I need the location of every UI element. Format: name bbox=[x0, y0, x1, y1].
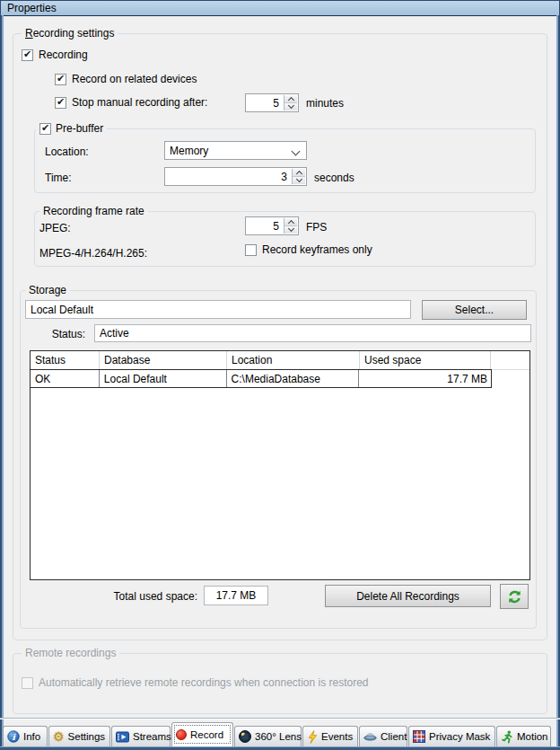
chevron-down-icon bbox=[287, 225, 293, 232]
stop-manual-checkbox-label: Stop manual recording after: bbox=[72, 96, 207, 109]
column-header-status[interactable]: Status bbox=[31, 351, 100, 369]
keyframes-checkbox-row[interactable]: Record keyframes only bbox=[245, 243, 372, 256]
stepper-down-button[interactable] bbox=[284, 226, 297, 234]
stop-manual-minutes-value[interactable]: 5 bbox=[273, 97, 279, 110]
cell-database: Local Default bbox=[100, 370, 227, 387]
tab-settings[interactable]: ⚙ Settings bbox=[48, 726, 110, 746]
location-label: Location: bbox=[45, 146, 89, 158]
column-header-database[interactable]: Database bbox=[100, 351, 227, 369]
record-icon bbox=[176, 729, 187, 740]
stepper-down-button[interactable] bbox=[284, 103, 297, 110]
pre-buffer-checkbox[interactable]: ✔ bbox=[39, 123, 51, 135]
stepper-buttons bbox=[284, 95, 297, 110]
remote-recordings-group-label: Remote recordings bbox=[22, 647, 119, 659]
tab-info[interactable]: i Info bbox=[3, 726, 48, 746]
stepper-buttons bbox=[292, 169, 305, 184]
keyframes-checkbox-label: Record keyframes only bbox=[262, 243, 372, 256]
table-row[interactable]: OK Local Default C:\MediaDatabase 17.7 M… bbox=[31, 369, 492, 388]
minutes-unit-label: minutes bbox=[306, 97, 344, 110]
privacy-mask-icon bbox=[413, 730, 425, 743]
recording-checkbox[interactable]: ✔ bbox=[22, 49, 33, 61]
frame-rate-group-label: Recording frame rate bbox=[39, 205, 148, 217]
motion-icon bbox=[501, 730, 513, 744]
window-border-right bbox=[556, 15, 560, 746]
related-devices-checkbox-label: Record on related devices bbox=[72, 73, 197, 85]
tab-motion[interactable]: Motion bbox=[496, 726, 551, 746]
related-devices-checkbox-row[interactable]: ✔ Record on related devices bbox=[55, 73, 197, 85]
status-field: Active bbox=[94, 324, 531, 342]
refresh-button[interactable] bbox=[500, 584, 529, 609]
status-label: Status: bbox=[36, 328, 85, 340]
pre-buffer-group-label: Pre-buffer bbox=[56, 122, 103, 135]
lens-360-icon bbox=[239, 730, 251, 743]
settings-gear-icon: ⚙ bbox=[53, 730, 65, 743]
jpeg-fps-stepper[interactable]: 5 bbox=[245, 216, 299, 235]
client-icon bbox=[363, 731, 377, 743]
delete-all-recordings-button[interactable]: Delete All Recordings bbox=[325, 585, 491, 607]
column-header-location[interactable]: Location bbox=[227, 351, 360, 369]
storage-table: Status Database Location Used space OK L… bbox=[30, 350, 530, 580]
selected-storage-field: Local Default bbox=[25, 300, 411, 319]
tab-strip-divider bbox=[0, 718, 560, 719]
stepper-down-button[interactable] bbox=[293, 177, 305, 184]
location-dropdown[interactable]: Memory bbox=[164, 141, 307, 160]
refresh-icon bbox=[507, 589, 522, 604]
time-label: Time: bbox=[45, 172, 72, 184]
recording-settings-group-label: Recording settings bbox=[22, 27, 118, 40]
seconds-unit-label: seconds bbox=[314, 172, 354, 184]
related-devices-checkbox[interactable]: ✔ bbox=[55, 74, 66, 85]
stop-manual-minutes-stepper[interactable]: 5 bbox=[245, 93, 299, 112]
stop-manual-checkbox-row[interactable]: ✔ Stop manual recording after: bbox=[55, 96, 207, 109]
tab-privacy-mask[interactable]: Privacy Mask bbox=[408, 726, 495, 746]
events-lightning-icon bbox=[307, 730, 318, 744]
checkmark-icon: ✔ bbox=[23, 49, 31, 59]
stepper-buttons bbox=[284, 218, 297, 234]
cell-status: OK bbox=[31, 370, 100, 387]
auto-retrieve-checkbox-row: Automatically retrieve remote recordings… bbox=[22, 676, 369, 689]
fps-unit-label: FPS bbox=[306, 221, 327, 234]
checkmark-icon: ✔ bbox=[41, 123, 49, 133]
storage-group-label: Storage bbox=[25, 284, 70, 296]
total-used-space-value: 17.7 MB bbox=[216, 589, 257, 602]
pre-buffer-checkbox-row[interactable]: ✔ Pre-buffer bbox=[36, 122, 107, 135]
page-title: Properties bbox=[7, 2, 57, 14]
recording-checkbox-label: Recording bbox=[39, 49, 88, 61]
cell-used-space: 17.7 MB bbox=[359, 370, 491, 387]
select-storage-button[interactable]: Select... bbox=[422, 300, 527, 320]
window-border-bottom bbox=[0, 746, 560, 750]
checkmark-icon: ✔ bbox=[57, 74, 65, 84]
properties-panel: Properties Recording settings ✔ Recordin… bbox=[0, 0, 560, 750]
streams-icon bbox=[116, 731, 129, 743]
chevron-down-icon bbox=[292, 147, 301, 156]
stop-manual-checkbox[interactable]: ✔ bbox=[55, 97, 66, 109]
jpeg-fps-value[interactable]: 5 bbox=[273, 220, 279, 233]
selected-storage-value: Local Default bbox=[31, 304, 93, 316]
tab-streams[interactable]: Streams bbox=[111, 726, 171, 746]
tab-client[interactable]: Client bbox=[359, 726, 407, 746]
total-used-space-label: Total used space: bbox=[54, 590, 197, 603]
tab-events[interactable]: Events bbox=[302, 726, 358, 746]
tab-record[interactable]: Record bbox=[171, 722, 233, 746]
time-seconds-value[interactable]: 3 bbox=[281, 171, 287, 183]
storage-table-header: Status Database Location Used space bbox=[31, 351, 529, 370]
recording-checkbox-row[interactable]: ✔ Recording bbox=[22, 49, 88, 61]
status-value: Active bbox=[100, 327, 129, 340]
keyframes-checkbox[interactable] bbox=[245, 244, 257, 256]
window-border-left bbox=[0, 15, 4, 746]
jpeg-label: JPEG: bbox=[39, 222, 71, 234]
time-seconds-stepper[interactable]: 3 bbox=[164, 167, 307, 186]
auto-retrieve-checkbox bbox=[22, 677, 33, 689]
auto-retrieve-checkbox-label: Automatically retrieve remote recordings… bbox=[39, 676, 369, 689]
chevron-down-icon bbox=[295, 176, 302, 182]
cell-location: C:\MediaDatabase bbox=[227, 370, 360, 387]
chevron-down-icon bbox=[287, 102, 293, 109]
mpeg-label: MPEG-4/H.264/H.265: bbox=[39, 247, 147, 260]
properties-titlebar: Properties bbox=[0, 0, 560, 16]
tab-360-lens[interactable]: 360° Lens bbox=[234, 726, 302, 746]
info-icon: i bbox=[7, 730, 20, 743]
location-dropdown-value: Memory bbox=[170, 145, 208, 157]
checkmark-icon: ✔ bbox=[57, 97, 65, 107]
column-header-used-space[interactable]: Used space bbox=[360, 351, 491, 369]
total-used-space-field: 17.7 MB bbox=[204, 586, 268, 605]
